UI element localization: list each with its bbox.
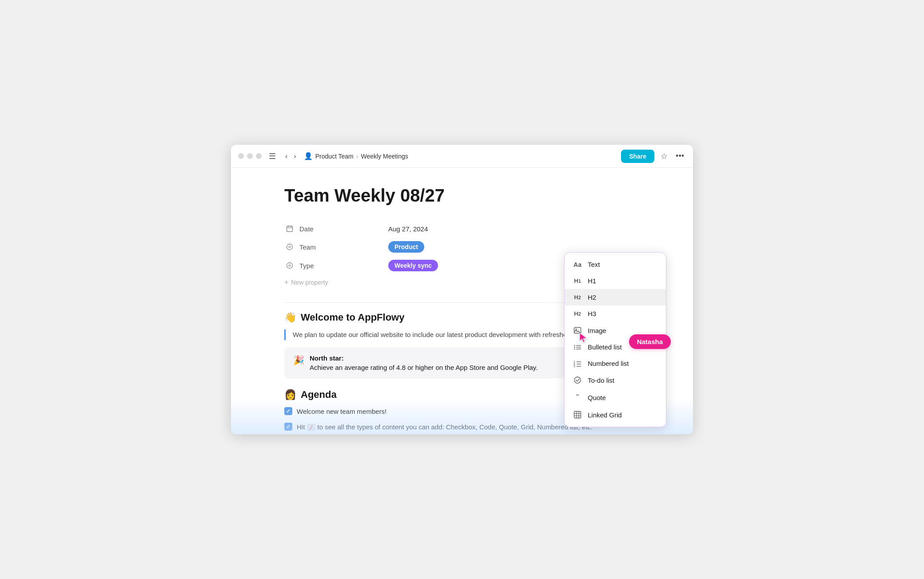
menu-item-h2[interactable]: H2 H2 [565,289,666,305]
hamburger-icon: ☰ [269,151,276,161]
agenda-item-text-1: Hit / to see all the types of content yo… [297,422,593,432]
menu-item-linked-grid[interactable]: Linked Grid [565,406,666,423]
numbered-list-icon: 1 2 3 [573,360,582,367]
hamburger-button[interactable]: ☰ [267,150,278,163]
svg-point-7 [289,265,291,266]
traffic-light-maximize[interactable] [256,153,262,159]
page-name[interactable]: Weekly Meetings [361,153,408,160]
h2-icon: H2 [573,294,582,301]
svg-point-4 [287,244,293,250]
app-window: ☰ ‹ › 👤 Product Team › Weekly Meetings S… [231,145,693,434]
traffic-light-close[interactable] [238,153,244,159]
agenda-heading-text: Agenda [301,389,337,401]
svg-point-9 [576,329,577,330]
callout-content: North star: Achieve an average rating of… [310,354,538,371]
share-button[interactable]: Share [621,150,654,163]
main-content: Team Weekly 08/27 Date Aug 27, 2024 [231,168,693,434]
more-icon: ••• [676,151,684,160]
menu-item-h1[interactable]: H1 H1 [565,273,666,289]
h1-label: H1 [588,277,596,285]
team-badge[interactable]: Product [388,241,424,253]
forward-button[interactable]: › [291,151,298,161]
titlebar: ☰ ‹ › 👤 Product Team › Weekly Meetings S… [231,145,693,168]
svg-point-12 [574,348,575,349]
todo-list-icon [573,376,582,384]
check-icon-0: ✓ [286,407,291,415]
more-options-button[interactable]: ••• [674,150,686,163]
svg-rect-0 [287,226,293,232]
callout-title: North star: [310,354,538,362]
favorite-button[interactable]: ☆ [659,150,669,163]
callout-body: Achieve an average rating of 4.8 or high… [310,364,538,371]
titlebar-right: Share ☆ ••• [621,150,686,163]
svg-point-22 [574,377,581,383]
menu-item-text[interactable]: Aa Text [565,256,666,273]
menu-item-h3[interactable]: H2 H3 [565,305,666,322]
new-property-label: New property [291,279,328,286]
type-icon [284,260,295,271]
welcome-emoji: 👋 [284,312,296,323]
quote-label: Quote [588,394,606,401]
numbered-list-label: Numbered list [588,360,629,367]
traffic-light-minimize[interactable] [247,153,253,159]
slash-code: / [307,424,316,431]
type-badge[interactable]: Weekly sync [388,260,438,271]
star-icon: ☆ [661,152,668,161]
linked-grid-label: Linked Grid [588,411,622,419]
page-title[interactable]: Team Weekly 08/27 [284,186,657,206]
date-icon [284,223,295,234]
team-label: Team [299,243,388,251]
plus-icon: + [284,278,288,286]
todo-list-label: To-do list [588,377,614,384]
h3-label: H3 [588,310,596,317]
text-icon: Aa [573,261,582,268]
team-icon [284,242,295,252]
back-button[interactable]: ‹ [283,151,290,161]
checkbox-checked-0[interactable]: ✓ [284,407,292,415]
h2-label: H2 [588,293,596,301]
bulleted-list-label: Bulleted list [588,343,622,351]
breadcrumb: 👤 Product Team › Weekly Meetings [304,152,408,160]
breadcrumb-separator: › [356,153,358,160]
image-label: Image [588,327,606,334]
date-value[interactable]: Aug 27, 2024 [388,225,428,233]
menu-item-todo-list[interactable]: To-do list [565,372,666,389]
agenda-emoji: 👩 [284,389,296,401]
type-label: Type [299,262,388,270]
cursor [579,332,589,345]
h3-icon: H2 [573,310,582,317]
menu-item-numbered-list[interactable]: 1 2 3 Numbered list [565,355,666,372]
menu-item-quote[interactable]: " Quote [565,389,666,406]
quote-icon: " [573,393,582,402]
svg-rect-23 [574,412,581,418]
text-label: Text [588,261,600,268]
user-cursor-badge: Natasha [629,334,671,349]
svg-text:3: 3 [574,365,575,367]
svg-point-11 [574,346,575,347]
svg-point-5 [289,246,291,248]
svg-point-10 [574,345,575,345]
workspace-name[interactable]: Product Team [315,153,354,160]
welcome-blockquote-text: We plan to update our official website t… [293,331,573,338]
traffic-lights [238,153,262,159]
nav-arrows: ‹ › [283,151,299,161]
date-property: Date Aug 27, 2024 [284,220,657,238]
callout-emoji: 🎉 [293,355,304,365]
svg-point-6 [287,263,293,269]
agenda-item-text-0: Welcome new team members! [297,407,386,417]
check-icon-1: ✓ [286,423,291,431]
linked-grid-icon [573,411,582,419]
h1-icon: H1 [573,278,582,284]
workspace-icon: 👤 [304,152,313,160]
checkbox-checked-1[interactable]: ✓ [284,423,292,431]
welcome-heading-text: Welcome to AppFlowy [301,312,404,323]
date-label: Date [299,225,388,233]
